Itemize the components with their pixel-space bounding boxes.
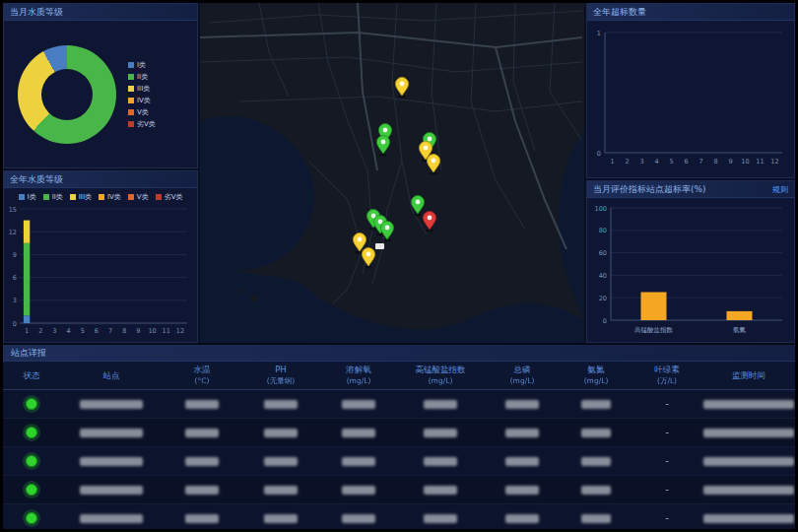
legend-label: II类 [137, 73, 148, 81]
legend-label: 劣V类 [165, 193, 183, 201]
redacted-value [264, 429, 298, 437]
legend-label: II类 [52, 193, 63, 201]
legend-label: III类 [137, 85, 150, 93]
table-header-row: 状态站点水温(°C)PH(无量纲)溶解氧(mg/L)高锰酸盐指数(mg/L)总磷… [3, 362, 795, 390]
svg-text:15: 15 [9, 206, 17, 214]
redacted-cell [702, 400, 795, 409]
monthly-grade-chart-area: I类II类III类IV类V类劣V类 [4, 21, 197, 167]
redacted-cell [320, 400, 397, 409]
table-row[interactable]: - [3, 504, 795, 529]
redacted-value [342, 457, 375, 466]
status-dot [26, 455, 37, 467]
panel-monthly-water-grade: 当月水质等级 I类II类III类IV类V类劣V类 [3, 3, 198, 168]
redacted-value [581, 514, 611, 523]
redacted-value [581, 429, 611, 437]
panel-monthly-exceed-rate: 当月评价指标站点超标率(%) 规则 020406080100高锰酸盐指数氨氮 [586, 180, 795, 343]
legend-label: IV类 [137, 97, 151, 104]
status-dot [26, 484, 37, 496]
redacted-value [703, 429, 794, 437]
svg-text:6: 6 [13, 274, 17, 282]
redacted-cell [163, 514, 241, 523]
svg-text:8: 8 [713, 158, 717, 166]
legend-swatch [70, 194, 76, 200]
legend-item: II类 [128, 73, 156, 81]
redacted-value [424, 429, 457, 437]
legend-label: 劣V类 [137, 120, 156, 128]
redacted-cell [702, 514, 795, 523]
legend-item: III类 [128, 85, 156, 93]
redacted-value [185, 514, 219, 523]
table-title: 站点详报 [11, 347, 46, 360]
redacted-value [264, 514, 298, 523]
table-row[interactable]: - [3, 390, 795, 419]
redacted-value [703, 486, 794, 495]
grade-legend-horizontal: I类II类III类IV类V类劣V类 [4, 188, 197, 203]
redacted-cell [397, 486, 484, 495]
map-canvas [200, 3, 584, 343]
table-row[interactable]: - [3, 419, 795, 447]
svg-text:5: 5 [81, 327, 85, 335]
redacted-value [185, 400, 219, 409]
redacted-value [80, 429, 143, 437]
status-dot [26, 398, 37, 410]
redacted-cell [397, 429, 484, 437]
redacted-value [505, 486, 539, 495]
status-cell [3, 427, 60, 438]
annual-exceed-line-chart: 01123456789101112 [587, 21, 794, 177]
svg-text:0: 0 [597, 150, 601, 158]
redacted-value [80, 486, 143, 495]
redacted-cell [163, 429, 241, 437]
redacted-value [80, 457, 143, 466]
redacted-value [185, 486, 219, 495]
chlorophyll-cell: - [632, 399, 702, 409]
legend-item: I类 [128, 61, 156, 69]
legend-swatch [128, 194, 134, 200]
redacted-value [342, 429, 375, 437]
table-row[interactable]: - [3, 476, 795, 504]
redacted-cell [60, 486, 163, 495]
redacted-cell [484, 514, 561, 523]
redacted-value [505, 429, 539, 437]
svg-text:2: 2 [625, 158, 629, 166]
redacted-value [264, 400, 298, 409]
redacted-cell [484, 400, 561, 409]
donut-hole [41, 69, 93, 120]
redacted-cell [702, 429, 795, 437]
map[interactable] [200, 3, 584, 343]
redacted-value [264, 486, 298, 495]
panel-annual-water-grade: 全年水质等级 I类II类III类IV类V类劣V类 036912151234567… [3, 170, 198, 343]
legend-item: 劣V类 [156, 190, 183, 203]
monthly-rate-bar-chart: 020406080100高锰酸盐指数氨氮 [587, 198, 794, 342]
status-dot [26, 427, 37, 438]
redacted-cell [561, 514, 632, 523]
svg-text:8: 8 [122, 327, 126, 335]
table-row[interactable]: - [3, 447, 795, 476]
panel-header: 当月水质等级 [4, 4, 197, 21]
rules-link[interactable]: 规则 [772, 184, 788, 195]
column-header: 叶绿素(万/L) [632, 365, 702, 386]
status-cell [3, 398, 60, 410]
legend-item: I类 [19, 190, 36, 203]
redacted-value [703, 457, 794, 466]
legend-swatch [156, 194, 162, 200]
svg-text:10: 10 [741, 158, 749, 166]
redacted-cell [241, 514, 320, 523]
svg-text:10: 10 [148, 327, 156, 335]
svg-text:60: 60 [599, 249, 607, 257]
redacted-value [505, 457, 539, 466]
svg-text:11: 11 [163, 327, 170, 335]
redacted-value [424, 486, 457, 495]
svg-text:氨氮: 氨氮 [733, 326, 747, 334]
legend-swatch [99, 194, 104, 200]
dashboard: 当月水质等级 I类II类III类IV类V类劣V类 全年水质等级 I类II类III… [0, 0, 798, 532]
redacted-cell [163, 400, 241, 409]
redacted-cell [561, 457, 632, 466]
svg-text:1: 1 [25, 327, 29, 335]
redacted-cell [241, 400, 320, 409]
redacted-cell [320, 429, 397, 437]
column-header: PH(无量纲) [241, 365, 320, 386]
panel-header: 全年水质等级 [4, 171, 197, 188]
svg-text:9: 9 [13, 251, 17, 259]
monthly-grade-donut-chart [18, 45, 116, 144]
redacted-value [424, 400, 457, 409]
